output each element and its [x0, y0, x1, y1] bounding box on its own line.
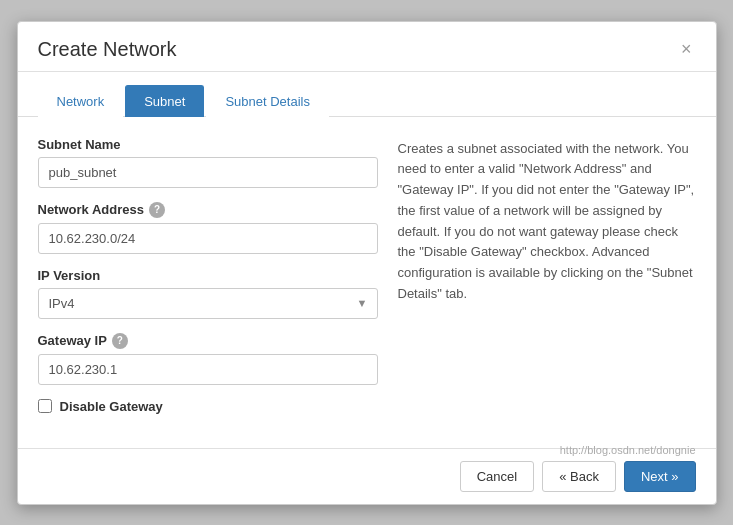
- back-button[interactable]: « Back: [542, 461, 616, 492]
- network-address-group: Network Address ?: [38, 202, 378, 254]
- cancel-button[interactable]: Cancel: [460, 461, 534, 492]
- disable-gateway-label[interactable]: Disable Gateway: [38, 399, 378, 414]
- network-address-input[interactable]: [38, 223, 378, 254]
- disable-gateway-checkbox[interactable]: [38, 399, 52, 413]
- dialog-footer: Cancel « Back Next »: [18, 448, 716, 504]
- ip-version-select[interactable]: IPv4 IPv6: [38, 288, 378, 319]
- form-panel: Subnet Name Network Address ? IP Version…: [38, 137, 378, 428]
- gateway-ip-help-icon: ?: [112, 333, 128, 349]
- dialog-body: Subnet Name Network Address ? IP Version…: [18, 117, 716, 438]
- dialog-header: Create Network ×: [18, 22, 716, 72]
- network-address-label: Network Address ?: [38, 202, 378, 218]
- info-panel: Creates a subnet associated with the net…: [398, 137, 696, 428]
- ip-version-group: IP Version IPv4 IPv6 ▼: [38, 268, 378, 319]
- dialog-title: Create Network: [38, 38, 177, 61]
- gateway-ip-label: Gateway IP ?: [38, 333, 378, 349]
- tab-subnet[interactable]: Subnet: [125, 85, 204, 117]
- next-button[interactable]: Next »: [624, 461, 696, 492]
- disable-gateway-group: Disable Gateway: [38, 399, 378, 414]
- gateway-ip-group: Gateway IP ?: [38, 333, 378, 385]
- tab-bar: Network Subnet Subnet Details: [18, 72, 716, 117]
- tab-subnet-details[interactable]: Subnet Details: [206, 85, 329, 117]
- network-address-help-icon: ?: [149, 202, 165, 218]
- gateway-ip-input[interactable]: [38, 354, 378, 385]
- subnet-name-input[interactable]: [38, 157, 378, 188]
- subnet-name-label: Subnet Name: [38, 137, 378, 152]
- info-text: Creates a subnet associated with the net…: [398, 141, 695, 302]
- ip-version-select-wrapper: IPv4 IPv6 ▼: [38, 288, 378, 319]
- close-button[interactable]: ×: [677, 40, 696, 58]
- watermark: http://blog.osdn.net/dongnie: [560, 444, 696, 456]
- subnet-name-group: Subnet Name: [38, 137, 378, 188]
- ip-version-label: IP Version: [38, 268, 378, 283]
- create-network-dialog: Create Network × Network Subnet Subnet D…: [17, 21, 717, 505]
- tab-network[interactable]: Network: [38, 85, 124, 117]
